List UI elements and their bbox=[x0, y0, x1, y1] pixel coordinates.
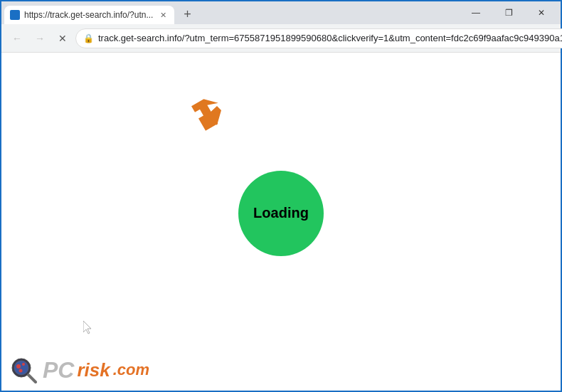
close-button[interactable]: ✕ bbox=[525, 1, 558, 24]
pcrisk-text-logo: PCrisk.com bbox=[43, 359, 149, 381]
minimize-button[interactable]: — bbox=[460, 1, 492, 24]
restore-button[interactable]: ❐ bbox=[492, 1, 525, 24]
loading-circle: Loading bbox=[238, 171, 324, 256]
risk-letters: risk bbox=[77, 361, 110, 379]
svg-point-5 bbox=[19, 369, 23, 373]
address-bar[interactable]: 🔒 track.get-search.info/?utm_term=675587… bbox=[75, 28, 562, 48]
active-tab[interactable]: https://track.get-search.info/?utn... ✕ bbox=[4, 6, 174, 24]
back-button[interactable]: ← bbox=[7, 28, 27, 48]
tab-close-button[interactable]: ✕ bbox=[157, 9, 169, 21]
svg-line-6 bbox=[28, 375, 36, 382]
loading-text: Loading bbox=[253, 205, 309, 221]
pc-letters: PC bbox=[43, 359, 74, 381]
titlebar: https://track.get-search.info/?utn... ✕ … bbox=[1, 1, 561, 24]
reload-button[interactable]: ✕ bbox=[53, 28, 73, 48]
mouse-cursor bbox=[83, 321, 92, 334]
tab-bar: https://track.get-search.info/?utn... ✕ … bbox=[1, 1, 460, 24]
lock-icon: 🔒 bbox=[83, 33, 94, 43]
svg-point-4 bbox=[22, 363, 25, 366]
page-content: Loading PCrisk.com bbox=[1, 53, 561, 391]
svg-point-2 bbox=[14, 361, 28, 375]
pcrisk-logo-icon bbox=[9, 355, 38, 385]
com-letters: .com bbox=[113, 361, 149, 379]
tab-title: https://track.get-search.info/?utn... bbox=[24, 10, 153, 20]
new-tab-button[interactable]: + bbox=[177, 4, 197, 24]
watermark: PCrisk.com bbox=[9, 355, 149, 385]
navbar: ← → ✕ 🔒 track.get-search.info/?utm_term=… bbox=[1, 24, 561, 53]
svg-point-3 bbox=[16, 364, 21, 369]
url-text: track.get-search.info/?utm_term=67558719… bbox=[98, 33, 562, 43]
browser-window: https://track.get-search.info/?utn... ✕ … bbox=[0, 0, 562, 392]
tab-favicon bbox=[10, 10, 20, 20]
forward-button[interactable]: → bbox=[30, 28, 50, 48]
window-controls: — ❐ ✕ bbox=[460, 1, 561, 24]
